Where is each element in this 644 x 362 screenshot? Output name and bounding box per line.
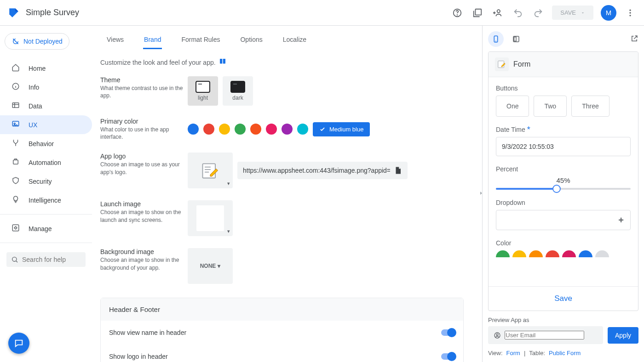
sidebar-item-label: Behavior xyxy=(29,140,54,147)
device-tablet-button[interactable] xyxy=(508,31,524,47)
app-logo-preview[interactable]: ▾ xyxy=(188,153,233,188)
device-phone-button[interactable] xyxy=(488,31,504,47)
phone-header-title: Form xyxy=(513,60,530,68)
collapse-preview-icon[interactable] xyxy=(478,190,484,198)
sidebar-item-security[interactable]: Security xyxy=(0,172,92,191)
setting-desc-theme: What theme contrast to use in the app. xyxy=(100,85,188,99)
color-dot[interactable] xyxy=(219,124,230,135)
search-help-input[interactable] xyxy=(22,256,103,263)
primary-color-badge[interactable]: Medium blue xyxy=(313,122,370,136)
launch-image-preview[interactable]: ▾ xyxy=(188,200,233,236)
tab-options[interactable]: Options xyxy=(239,31,263,49)
segment-button[interactable]: One xyxy=(496,96,529,117)
toggle-view-name[interactable] xyxy=(441,329,455,336)
segment-button[interactable]: Two xyxy=(534,96,567,117)
tab-views[interactable]: Views xyxy=(106,31,125,49)
percent-slider[interactable]: 45% xyxy=(496,176,631,190)
color-semi[interactable] xyxy=(546,250,559,257)
help-icon[interactable] xyxy=(451,6,464,19)
field-label-dropdown: Dropdown xyxy=(496,199,631,206)
sidebar-item-home[interactable]: Home xyxy=(0,59,92,78)
segment-button[interactable]: Three xyxy=(571,96,610,117)
svg-rect-8 xyxy=(12,103,19,108)
subsection-title: Header & Footer xyxy=(101,298,463,321)
file-icon[interactable] xyxy=(394,166,402,175)
theme-dark-card[interactable]: dark xyxy=(223,76,253,106)
sidebar-item-behavior[interactable]: Behavior xyxy=(0,134,92,153)
color-picker-row[interactable] xyxy=(496,250,631,257)
chat-icon xyxy=(14,338,24,348)
color-semi[interactable] xyxy=(562,250,576,257)
blank-image-icon xyxy=(196,205,224,231)
color-dot[interactable] xyxy=(250,124,261,135)
color-semi[interactable] xyxy=(496,250,510,257)
sidebar-item-data[interactable]: Data xyxy=(0,96,92,115)
meta-view-link[interactable]: Form xyxy=(506,350,520,356)
color-dot[interactable] xyxy=(282,124,293,135)
chat-fab[interactable] xyxy=(8,333,29,354)
color-semi[interactable] xyxy=(512,250,526,257)
datetime-input[interactable]: 9/3/2022 10:55:03 xyxy=(496,137,631,156)
sidebar-item-ux[interactable]: UX xyxy=(0,115,92,134)
svg-rect-11 xyxy=(13,160,18,164)
svg-rect-15 xyxy=(203,164,216,178)
svg-point-1 xyxy=(457,15,458,15)
slider-value: 45% xyxy=(496,176,631,184)
color-dot[interactable] xyxy=(297,124,308,135)
color-semi[interactable] xyxy=(529,250,543,257)
preview-email-field[interactable] xyxy=(488,326,603,344)
toggle-logo[interactable] xyxy=(441,353,455,360)
sidebar-item-manage[interactable]: Manage xyxy=(0,219,92,238)
meta-table-link[interactable]: Public Form xyxy=(549,350,581,356)
preview-pane: Form Buttons OneTwoThree Date Time* 9/3/… xyxy=(482,26,644,362)
save-button-top[interactable]: SAVE xyxy=(552,6,593,20)
setting-title-launch-image: Launch image xyxy=(100,200,188,208)
preview-email-input[interactable] xyxy=(505,331,584,339)
save-button-label: SAVE xyxy=(560,9,576,16)
undo-icon[interactable] xyxy=(512,6,524,19)
app-logo-url-input[interactable] xyxy=(243,167,390,174)
behavior-icon xyxy=(11,139,20,148)
sidebar-item-info[interactable]: Info xyxy=(0,78,92,96)
svg-point-21 xyxy=(496,334,498,335)
form-save-button[interactable]: Save xyxy=(554,294,572,303)
setting-title-app-logo: App logo xyxy=(100,153,188,160)
sidebar-item-automation[interactable]: Automation xyxy=(0,153,92,172)
color-dot[interactable] xyxy=(188,124,199,135)
caret-icon: ▾ xyxy=(227,228,230,234)
color-dot[interactable] xyxy=(203,124,214,135)
tab-localize[interactable]: Localize xyxy=(282,31,307,49)
search-help-box[interactable] xyxy=(6,252,86,267)
ux-icon xyxy=(11,120,20,130)
tab-format-rules[interactable]: Format Rules xyxy=(180,31,221,49)
sidebar-item-label: Manage xyxy=(29,225,52,232)
add-user-icon[interactable] xyxy=(491,6,504,19)
popout-icon[interactable] xyxy=(630,34,638,44)
kebab-icon[interactable] xyxy=(624,6,637,19)
dropdown-input[interactable]: + xyxy=(496,210,631,230)
page-description: Customize the look and feel of your app. xyxy=(100,57,464,67)
color-dot[interactable] xyxy=(266,124,277,135)
automation-icon xyxy=(11,158,20,167)
color-semi[interactable] xyxy=(595,250,609,257)
app-logo-url-field[interactable] xyxy=(237,162,408,179)
theme-light-card[interactable]: light xyxy=(188,76,218,106)
redo-icon[interactable] xyxy=(532,6,545,19)
deploy-status-button[interactable]: Not Deployed xyxy=(5,33,69,50)
sidebar-item-intelligence[interactable]: Intelligence xyxy=(0,191,92,209)
toggle-label-view-name: Show view name in header xyxy=(109,329,186,336)
apply-button[interactable]: Apply xyxy=(608,327,638,344)
library-icon[interactable] xyxy=(471,6,484,19)
color-dot[interactable] xyxy=(235,124,246,135)
sidebar: Not Deployed Home Info Data UX Behavior … xyxy=(0,26,92,362)
phone-header: Form xyxy=(489,52,638,77)
setting-title-theme: Theme xyxy=(100,76,188,84)
background-image-preview[interactable]: NONE ▾ xyxy=(188,248,233,284)
svg-rect-2 xyxy=(476,9,482,15)
tab-brand[interactable]: Brand xyxy=(143,31,162,49)
field-label-color: Color xyxy=(496,239,631,247)
color-semi[interactable] xyxy=(579,250,592,257)
avatar[interactable]: M xyxy=(601,5,616,21)
book-icon[interactable] xyxy=(218,57,227,67)
setting-desc-background-image: Choose an image to show in the backgroun… xyxy=(100,256,188,271)
